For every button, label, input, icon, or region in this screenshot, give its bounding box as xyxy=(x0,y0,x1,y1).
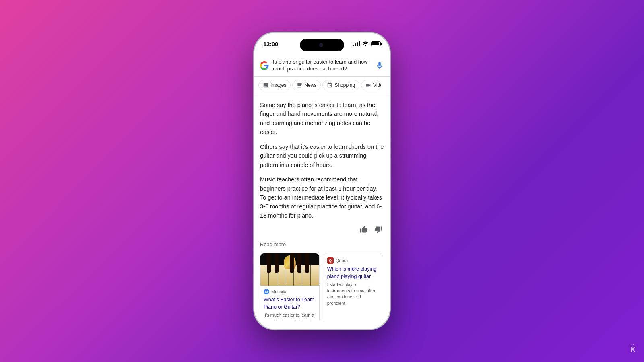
quora-source-name: Quora xyxy=(336,258,348,263)
tab-videos[interactable]: Vide xyxy=(361,80,381,90)
answer-paragraph-2: Others say that it's easier to learn cho… xyxy=(260,142,384,169)
search-query: Is piano or guitar easier to learn and h… xyxy=(273,59,371,72)
answer-paragraph-3: Music teachers often recommend that begi… xyxy=(260,175,384,220)
source-card-mussila[interactable]: M Mussila What's Easier to Learn Piano o… xyxy=(260,253,320,320)
tab-images[interactable]: Images xyxy=(258,80,291,90)
tab-shopping-label: Shopping xyxy=(334,82,355,88)
signal-icon xyxy=(353,41,360,46)
google-logo-icon xyxy=(260,61,269,70)
mussila-favicon: M xyxy=(264,289,269,294)
tab-news[interactable]: News xyxy=(292,80,321,90)
news-icon xyxy=(297,82,302,88)
quora-card-snippet: I started playin instruments th now, aft… xyxy=(327,282,380,306)
images-icon xyxy=(263,82,268,88)
card-body-quora: Q Quora Which is more playing piano play… xyxy=(324,253,383,311)
mussila-card-snippet: It's much easier to learn a song for the… xyxy=(264,312,316,320)
tab-images-label: Images xyxy=(270,82,286,88)
card-source-quora: Q Quora xyxy=(327,257,380,264)
shopping-icon xyxy=(327,82,332,88)
dynamic-island xyxy=(300,39,344,51)
mussila-source-name: Mussila xyxy=(271,289,286,294)
status-time: 12:00 xyxy=(263,41,278,47)
source-cards: M Mussila What's Easier to Learn Piano o… xyxy=(260,253,384,320)
read-more-link[interactable]: Read more xyxy=(260,241,384,247)
mussila-card-title: What's Easier to Learn Piano or Guitar? xyxy=(264,296,316,311)
quora-card-title: Which is more playing piano playing guit… xyxy=(327,266,380,280)
search-bar[interactable]: Is piano or guitar easier to learn and h… xyxy=(254,55,390,77)
answer-paragraph-1: Some say the piano is easier to learn, a… xyxy=(260,101,384,137)
card-image-mussila xyxy=(260,253,319,286)
wifi-icon xyxy=(362,41,369,47)
battery-icon xyxy=(371,41,381,46)
phone-frame: 12:00 xyxy=(254,32,390,330)
tab-shopping[interactable]: Shopping xyxy=(322,80,359,90)
thumbs-up-button[interactable] xyxy=(360,226,368,236)
watermark-letter: K xyxy=(630,346,636,354)
microphone-icon[interactable] xyxy=(375,61,384,70)
feedback-row xyxy=(260,226,384,236)
island-dot xyxy=(319,43,323,47)
content-area: Some say the piano is easier to learn, a… xyxy=(254,94,390,320)
screen: Is piano or guitar easier to learn and h… xyxy=(254,55,390,329)
card-source-mussila: M Mussila xyxy=(264,289,316,294)
search-tabs: Images News Shopping Vide xyxy=(254,77,390,94)
source-card-quora[interactable]: Q Quora Which is more playing piano play… xyxy=(324,253,383,320)
quora-favicon: Q xyxy=(327,257,334,264)
tab-news-label: News xyxy=(304,82,316,88)
knowtechie-watermark: ·· K xyxy=(630,342,636,354)
thumbs-down-button[interactable] xyxy=(374,226,382,236)
video-icon xyxy=(365,82,371,88)
tab-videos-label: Vide xyxy=(373,82,381,88)
card-body-mussila: M Mussila What's Easier to Learn Piano o… xyxy=(260,286,319,320)
status-icons xyxy=(353,41,381,47)
